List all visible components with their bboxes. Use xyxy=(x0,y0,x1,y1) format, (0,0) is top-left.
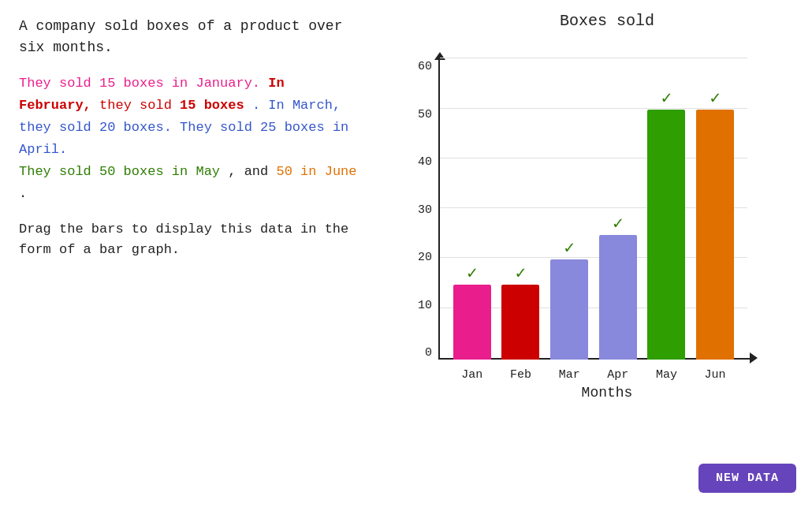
sentence-feb-15: 15 boxes xyxy=(180,98,244,113)
x-label-may: May xyxy=(647,368,685,382)
chart-area: 60 50 40 30 20 10 0 ✓ xyxy=(410,36,773,383)
bar-jun[interactable]: ✓ xyxy=(696,110,734,360)
x-labels: Jan Feb Mar Apr May Jun xyxy=(440,368,747,382)
x-label-apr: Apr xyxy=(599,368,637,382)
checkmark-may: ✓ xyxy=(661,88,672,109)
x-label-feb: Feb xyxy=(501,368,539,382)
y-label-0: 0 xyxy=(425,346,432,360)
x-label-jan: Jan xyxy=(453,368,491,382)
sentence-feb-they: they sold xyxy=(99,98,180,113)
chart-title: Boxes sold xyxy=(560,12,654,30)
sentence-june: 50 in June xyxy=(276,164,356,179)
new-data-button[interactable]: NEW DATA xyxy=(698,464,796,493)
bar-group-mar: ✓ xyxy=(550,259,588,360)
bar-group-jun: ✓ xyxy=(696,110,734,360)
x-label-mar: Mar xyxy=(550,368,588,382)
bar-group-apr: ✓ xyxy=(599,235,637,360)
checkmark-jun: ✓ xyxy=(710,88,720,109)
bar-jan[interactable]: ✓ xyxy=(453,285,491,360)
story-text: They sold 15 boxes in January. In Februa… xyxy=(19,73,359,205)
y-label-20: 20 xyxy=(418,251,432,264)
y-label-50: 50 xyxy=(418,108,432,121)
checkmark-jan: ✓ xyxy=(467,263,477,284)
sentence-and: , and xyxy=(228,164,276,179)
sentence-may: They sold 50 boxes in May xyxy=(19,164,220,179)
chart-inner: ✓ ✓ ✓ ✓ xyxy=(438,60,754,383)
y-label-30: 30 xyxy=(418,203,432,217)
bars-container: ✓ ✓ ✓ ✓ xyxy=(440,60,747,360)
sentence-period: . xyxy=(19,186,27,201)
sentence-jan: They sold 15 boxes in January. xyxy=(19,76,260,91)
bar-mar[interactable]: ✓ xyxy=(550,259,588,360)
grid-60 xyxy=(440,58,747,58)
checkmark-feb: ✓ xyxy=(516,263,526,284)
y-label-10: 10 xyxy=(418,299,432,312)
bar-group-jan: ✓ xyxy=(453,285,491,360)
y-label-40: 40 xyxy=(418,155,432,169)
intro-text: A company sold boxes of a product over s… xyxy=(19,16,359,58)
y-axis: 60 50 40 30 20 10 0 xyxy=(410,60,438,360)
drag-text: Drag the bars to display this data in th… xyxy=(19,219,359,259)
bar-may[interactable]: ✓ xyxy=(647,110,685,360)
bar-feb[interactable]: ✓ xyxy=(501,285,539,360)
left-panel: A company sold boxes of a product over s… xyxy=(0,0,378,507)
x-label-jun: Jun xyxy=(696,368,734,382)
months-label: Months xyxy=(582,385,633,401)
checkmark-apr: ✓ xyxy=(613,213,623,234)
right-panel: Boxes sold 60 50 40 30 20 10 0 xyxy=(378,0,812,507)
bar-group-feb: ✓ xyxy=(501,285,539,360)
bar-group-may: ✓ xyxy=(647,110,685,360)
bar-apr[interactable]: ✓ xyxy=(599,235,637,360)
y-label-60: 60 xyxy=(418,60,432,73)
checkmark-mar: ✓ xyxy=(564,237,575,259)
